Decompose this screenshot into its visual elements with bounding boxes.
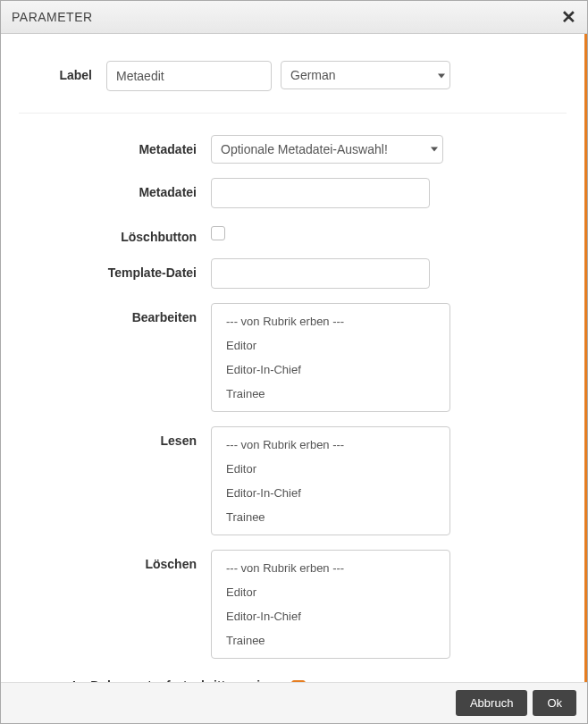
list-item[interactable]: Editor — [212, 580, 449, 604]
row-bearbeiten: Bearbeiten --- von Rubrik erben --- Edit… — [19, 303, 567, 412]
label-lesen: Lesen — [19, 426, 211, 448]
list-item[interactable]: Trainee — [212, 382, 449, 406]
label-loeschbutton: Löschbutton — [19, 223, 211, 244]
list-item[interactable]: Editor-In-Chief — [212, 481, 449, 505]
label-loeschen: Löschen — [19, 550, 211, 571]
language-select[interactable]: German — [281, 61, 450, 89]
doc-progress-checkbox[interactable] — [291, 680, 306, 682]
template-datei-input[interactable] — [211, 258, 430, 289]
close-icon[interactable]: ✕ — [561, 8, 577, 26]
list-item[interactable]: --- von Rubrik erben --- — [212, 309, 449, 333]
label-label: Label — [19, 61, 106, 82]
bearbeiten-listbox[interactable]: --- von Rubrik erben --- Editor Editor-I… — [211, 303, 450, 412]
metadatei-select[interactable]: Optionale Metadatei-Auswahl! — [211, 135, 443, 164]
row-loeschen: Löschen --- von Rubrik erben --- Editor … — [19, 550, 567, 659]
loeschbutton-checkbox[interactable] — [211, 226, 225, 240]
metadatei-input[interactable] — [211, 178, 430, 208]
lesen-listbox[interactable]: --- von Rubrik erben --- Editor Editor-I… — [211, 426, 450, 535]
row-template-datei: Template-Datei — [19, 258, 567, 289]
list-item[interactable]: Trainee — [212, 505, 449, 529]
list-item[interactable]: Editor-In-Chief — [212, 604, 449, 628]
dialog-title: PARAMETER — [12, 10, 93, 24]
list-item[interactable]: --- von Rubrik erben --- — [212, 433, 449, 457]
row-label: Label German — [19, 61, 567, 114]
ok-button[interactable]: Ok — [533, 690, 576, 716]
list-item[interactable]: Editor — [212, 457, 449, 481]
dialog-body: Label German Metadatei Optionale Metadat… — [1, 34, 587, 682]
dialog-header: PARAMETER ✕ — [1, 1, 587, 34]
parameter-dialog: PARAMETER ✕ Label German Metadatei O — [0, 0, 588, 724]
row-metadatei-text: Metadatei — [19, 178, 567, 208]
label-metadatei-text: Metadatei — [19, 178, 211, 199]
list-item[interactable]: Editor — [212, 333, 449, 358]
loeschen-listbox[interactable]: --- von Rubrik erben --- Editor Editor-I… — [211, 550, 450, 659]
row-metadatei-select: Metadatei Optionale Metadatei-Auswahl! — [19, 135, 567, 164]
dialog-footer: Abbruch Ok — [1, 682, 587, 723]
list-item[interactable]: Editor-In-Chief — [212, 358, 449, 382]
cancel-button[interactable]: Abbruch — [456, 690, 527, 716]
row-loeschbutton: Löschbutton — [19, 223, 567, 244]
label-bearbeiten: Bearbeiten — [19, 303, 211, 324]
list-item[interactable]: Trainee — [212, 628, 449, 652]
label-template-datei: Template-Datei — [19, 258, 211, 280]
label-metadatei-select: Metadatei — [19, 135, 211, 156]
list-item[interactable]: --- von Rubrik erben --- — [212, 556, 449, 580]
label-input[interactable] — [106, 61, 272, 91]
row-lesen: Lesen --- von Rubrik erben --- Editor Ed… — [19, 426, 567, 535]
